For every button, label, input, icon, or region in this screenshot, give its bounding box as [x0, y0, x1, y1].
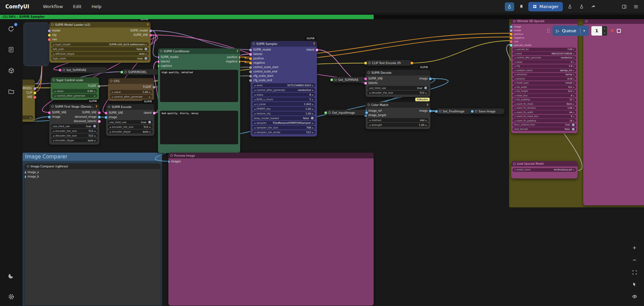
collapse-dot[interactable] [51, 105, 54, 108]
decrement-arrow[interactable]: ◀ [254, 131, 256, 134]
increment-arrow[interactable]: ▶ [146, 43, 147, 46]
collapse-dot[interactable] [108, 106, 110, 108]
node-preview-image[interactable]: Preview Imageimages [168, 153, 374, 306]
batch-count-input[interactable]: 1 [591, 26, 602, 36]
input-slot-dot[interactable] [249, 75, 252, 78]
node-get-inputimage[interactable]: Get_InputImage [326, 110, 367, 115]
increment-arrow[interactable]: ▶ [312, 89, 314, 91]
widget-keep_model_loaded[interactable]: keep_model_loadedfalse [252, 116, 315, 120]
increment-arrow[interactable]: ▶ [573, 111, 575, 113]
increment-arrow[interactable]: ▶ [425, 124, 427, 126]
toggle-knob[interactable] [572, 128, 575, 131]
increment-arrow[interactable]: ▶ [573, 65, 575, 67]
decrement-arrow[interactable]: ◀ [514, 120, 516, 122]
increment-arrow[interactable]: ▶ [312, 103, 314, 105]
workflows-button[interactable] [6, 87, 16, 96]
node-header[interactable]: Color Match? [366, 102, 430, 108]
widget-sampler_tile_size[interactable]: ◀sampler_tile_size768▶ [252, 125, 315, 130]
input-slot-dot[interactable] [324, 111, 327, 114]
input-slot-dot[interactable] [510, 29, 513, 32]
widget-force_uniform_tiles[interactable]: force_uniform_tilestrue [513, 123, 576, 127]
input-slot-dot[interactable] [105, 116, 107, 119]
chevron-down-icon[interactable]: ▾ [583, 29, 585, 33]
node-header[interactable]: SUPIR Conditioner? [158, 48, 240, 54]
prompt-textarea[interactable]: high quality, detailed [160, 70, 238, 102]
node-supir-conditioner[interactable]: SUPIRSUPIR Conditioner?SUPIR_modelpositi… [158, 48, 240, 153]
node-header[interactable]: Ultimate SD Upscale [511, 18, 578, 24]
collapse-dot[interactable] [334, 79, 337, 81]
output-slot-dot[interactable] [149, 34, 152, 37]
decrement-arrow[interactable]: ◀ [254, 94, 256, 96]
node-supir-decode[interactable]: SUPIRSUPIR DecodeSUPIR_VAEimagelatentsus… [366, 70, 430, 97]
settings-button[interactable] [6, 292, 16, 301]
increment-arrow[interactable]: ▶ [573, 107, 575, 109]
widget-seam_fix_mask_blur[interactable]: ◀seam_fix_mask_blur8▶ [513, 115, 576, 118]
output-slot-dot[interactable] [34, 92, 36, 94]
increment-arrow[interactable]: ▶ [425, 92, 427, 94]
widget-steps[interactable]: ◀steps8▶ [513, 60, 576, 64]
increment-arrow[interactable]: ▶ [312, 126, 314, 129]
decrement-arrow[interactable]: ◀ [514, 48, 516, 50]
fit-view-button[interactable] [630, 268, 639, 277]
node-header[interactable]: SUPIR Decode [366, 70, 430, 75]
widget-s_noise[interactable]: ◀s_noise1.003▶ [252, 102, 315, 106]
widget-tile_height[interactable]: ◀tile_height512▶ [513, 90, 576, 93]
decrement-arrow[interactable]: ◀ [254, 84, 256, 87]
decrement-arrow[interactable]: ◀ [254, 103, 256, 105]
input-slot-dot[interactable] [510, 33, 513, 36]
output-slot-dot[interactable] [98, 111, 101, 114]
widget-use_tiled_vae[interactable]: use_tiled_vaetrue [108, 120, 153, 124]
increment-arrow[interactable]: ▶ [573, 95, 575, 97]
toggle-visibility-button[interactable] [630, 292, 639, 301]
widget-encoder_dtype[interactable]: ◀encoder_dtypeauto▶ [51, 138, 98, 142]
workflow-templates-button[interactable] [565, 2, 575, 11]
output-slot-dot[interactable] [239, 60, 240, 63]
input-slot-dot[interactable] [510, 40, 513, 43]
collapse-dot[interactable] [513, 20, 516, 22]
increment-arrow[interactable]: ▶ [573, 57, 575, 59]
toggle-knob[interactable] [145, 48, 147, 50]
queue-run-button[interactable]: ▷ Queue ▾ [552, 26, 589, 36]
widget-value[interactable]: ◀value0.90▶ [52, 89, 97, 93]
increment-arrow[interactable]: ▶ [573, 103, 575, 105]
widget-seam_fix_denoise[interactable]: ◀seam_fix_denoise1.00▶ [513, 106, 576, 110]
decrement-arrow[interactable]: ◀ [514, 99, 516, 101]
node-help-icon[interactable]: ? [147, 23, 149, 27]
node-set-supirvae[interactable]: Set_SUPIRVAE [60, 67, 107, 73]
collapse-dot[interactable] [328, 111, 331, 114]
toggle-knob[interactable] [311, 117, 314, 119]
examples-button[interactable] [577, 2, 586, 11]
widget-restore_cfg[interactable]: ◀restore_cfg1.00▶ [252, 111, 315, 115]
input-slot-dot[interactable] [330, 79, 333, 81]
decrement-arrow[interactable]: ◀ [53, 135, 54, 137]
increment-arrow[interactable]: ▶ [149, 96, 151, 98]
input-slot-dot[interactable] [48, 38, 51, 41]
decrement-arrow[interactable]: ◀ [254, 122, 256, 124]
widget-decoder_tile_size[interactable]: ◀decoder_tile_size512▶ [367, 91, 429, 95]
widget-control_after_generate[interactable]: ◀control_after_generaterandomize▶ [513, 56, 576, 60]
node-partial-right[interactable] [583, 18, 644, 205]
input-slot-dot[interactable] [120, 71, 123, 73]
node-supir-first-stage[interactable]: SUPIRSUPIR First Stage (Denoiser)?SUPIR_… [49, 104, 99, 145]
widget-mode_type[interactable]: ◀mode_typeLinear▶ [513, 81, 576, 85]
decrement-arrow[interactable]: ◀ [514, 169, 516, 171]
increment-arrow[interactable]: ▶ [94, 130, 96, 132]
output-slot-dot[interactable] [34, 87, 36, 90]
toggle-knob[interactable] [424, 87, 427, 89]
collapse-dot[interactable] [585, 20, 588, 22]
node-header[interactable]: SUPIR Model Loader (v2)? [49, 22, 151, 28]
decrement-arrow[interactable]: ◀ [514, 57, 516, 59]
widget-seam_fix_mode[interactable]: ◀seam_fix_modeNone▶ [513, 102, 576, 106]
input-slot-dot[interactable] [105, 112, 107, 114]
input-slot-dot[interactable] [471, 110, 474, 113]
input-slot-dot[interactable] [59, 69, 61, 71]
input-slot-dot[interactable] [249, 49, 252, 51]
collapse-dot[interactable] [124, 71, 127, 73]
decrement-arrow[interactable]: ◀ [111, 96, 113, 98]
widget-tile_padding[interactable]: ◀tile_padding32▶ [513, 98, 576, 102]
decrement-button[interactable]: ▼ [602, 31, 607, 36]
input-slot-dot[interactable] [249, 62, 252, 64]
node-help-icon[interactable]: ? [236, 50, 238, 53]
node-image-comparer[interactable]: Comfyroll CustomNodesrgthree-comfyImage … [25, 163, 160, 305]
model-library-button[interactable] [6, 66, 16, 75]
